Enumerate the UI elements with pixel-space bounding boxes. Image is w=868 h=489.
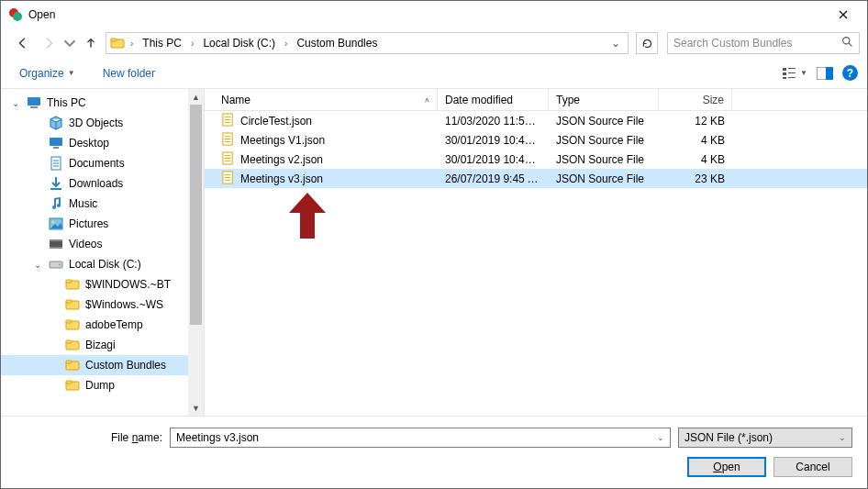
- file-type-filter[interactable]: JSON File (*.json) ⌄: [678, 428, 852, 448]
- arrow-left-icon: [17, 37, 29, 50]
- breadcrumb[interactable]: This PC: [139, 35, 185, 51]
- open-button[interactable]: Open: [687, 457, 766, 477]
- view-list-icon: [782, 67, 798, 80]
- tree-label: adobeTemp: [85, 318, 143, 331]
- refresh-button[interactable]: [636, 32, 658, 54]
- file-row[interactable]: Meetings v2.json30/01/2019 10:44 ...JSON…: [205, 150, 867, 169]
- file-name: Meetings V1.json: [240, 134, 325, 147]
- svg-rect-7: [783, 77, 786, 79]
- tree-icon: [27, 95, 41, 110]
- tree-label: $Windows.~WS: [85, 298, 163, 311]
- cancel-button[interactable]: Cancel: [773, 457, 852, 477]
- column-header-date[interactable]: Date modified: [438, 89, 549, 110]
- file-date: 30/01/2019 10:40 ...: [438, 134, 549, 147]
- preview-pane-button[interactable]: [817, 67, 833, 80]
- tree-node[interactable]: Documents: [1, 153, 204, 173]
- breadcrumb[interactable]: Local Disk (C:): [199, 35, 279, 51]
- column-header-type[interactable]: Type: [549, 89, 659, 110]
- organize-menu[interactable]: Organize ▼: [14, 63, 81, 83]
- file-list[interactable]: Name ʌ Date modified Type Size CircleTes…: [205, 89, 867, 416]
- svg-point-1: [13, 12, 22, 21]
- file-date: 11/03/2020 11:56 ...: [438, 115, 549, 128]
- address-dropdown[interactable]: ⌄: [606, 37, 626, 50]
- column-header-name[interactable]: Name ʌ: [205, 89, 438, 110]
- recent-locations-button[interactable]: [63, 32, 76, 54]
- svg-rect-37: [66, 381, 72, 383]
- search-input[interactable]: Search Custom Bundles: [667, 32, 860, 54]
- tree-node[interactable]: Dump: [1, 375, 204, 395]
- tree-node[interactable]: Bizagi: [1, 335, 204, 355]
- tree-node[interactable]: Desktop: [1, 133, 204, 153]
- refresh-icon: [641, 38, 653, 50]
- svg-rect-3: [111, 39, 117, 41]
- tree-node[interactable]: ⌄Local Disk (C:): [1, 254, 204, 274]
- expander-icon[interactable]: ⌄: [32, 260, 43, 270]
- tree-icon: [65, 338, 80, 352]
- svg-rect-29: [66, 300, 72, 303]
- file-type: JSON Source File: [549, 115, 659, 128]
- svg-rect-16: [53, 147, 59, 149]
- scrollbar[interactable]: ▲ ▼: [188, 89, 204, 416]
- file-size: 4 KB: [659, 153, 732, 166]
- arrow-up-icon: [84, 37, 97, 50]
- filename-label: File name:: [1, 431, 162, 444]
- address-bar[interactable]: › This PC › Local Disk (C:) › Custom Bun…: [106, 32, 629, 54]
- tree-node[interactable]: adobeTemp: [1, 315, 204, 335]
- tree-label: This PC: [47, 96, 86, 109]
- tree-icon: [65, 317, 80, 332]
- tree-node[interactable]: Music: [1, 194, 204, 214]
- tree-node[interactable]: ⌄This PC: [1, 93, 204, 113]
- filename-input[interactable]: Meetings v3.json ⌄: [170, 428, 671, 448]
- tree-node[interactable]: Pictures: [1, 214, 204, 234]
- navigation-pane[interactable]: ⌄This PC3D ObjectsDesktopDocumentsDownlo…: [1, 89, 205, 416]
- tree-node[interactable]: Videos: [1, 234, 204, 254]
- tree-label: Bizagi: [85, 339, 116, 351]
- chevron-down-icon: ▼: [68, 69, 75, 77]
- up-button[interactable]: [80, 32, 102, 54]
- chevron-right-icon: ›: [189, 39, 195, 49]
- new-folder-button[interactable]: New folder: [97, 63, 161, 83]
- svg-rect-13: [28, 97, 40, 106]
- close-button[interactable]: [825, 2, 862, 28]
- tree-node[interactable]: Custom Bundles: [1, 355, 204, 375]
- file-row[interactable]: Meetings v3.json26/07/2019 9:45 AMJSON S…: [205, 169, 867, 188]
- tree-icon: [65, 277, 80, 292]
- tree-icon: [65, 358, 80, 372]
- view-options-button[interactable]: ▼: [782, 67, 807, 80]
- tree-icon: [65, 297, 80, 312]
- tree-node[interactable]: $Windows.~WS: [1, 295, 204, 315]
- tree-node[interactable]: Downloads: [1, 173, 204, 194]
- scroll-down-button[interactable]: ▼: [188, 400, 204, 416]
- chevron-right-icon: ›: [283, 39, 289, 49]
- scroll-up-button[interactable]: ▲: [188, 89, 204, 105]
- svg-rect-33: [66, 340, 72, 343]
- svg-rect-22: [50, 239, 62, 241]
- filename-history-dropdown[interactable]: ⌄: [653, 430, 668, 445]
- app-icon: [8, 7, 23, 22]
- expander-icon[interactable]: ⌄: [10, 98, 21, 108]
- back-button[interactable]: [12, 32, 34, 54]
- scroll-thumb[interactable]: [190, 105, 202, 325]
- file-type: JSON Source File: [549, 172, 659, 185]
- svg-point-20: [52, 221, 55, 224]
- forward-button: [38, 32, 60, 54]
- tree-label: Videos: [69, 238, 102, 250]
- tree-label: Desktop: [69, 137, 109, 150]
- file-name: CircleTest.json: [240, 115, 312, 128]
- file-icon: [221, 171, 235, 187]
- tree-node[interactable]: 3D Objects: [1, 113, 204, 133]
- file-date: 30/01/2019 10:44 ...: [438, 153, 549, 166]
- help-button[interactable]: ?: [842, 65, 858, 81]
- tree-node[interactable]: $WINDOWS.~BT: [1, 274, 204, 295]
- chevron-down-icon: ⌄: [835, 430, 850, 445]
- window-title: Open: [28, 8, 55, 21]
- svg-rect-12: [826, 67, 833, 80]
- file-size: 12 KB: [659, 115, 732, 128]
- tree-label: 3D Objects: [69, 117, 123, 129]
- arrow-right-icon: [42, 37, 55, 50]
- tree-icon: [65, 378, 80, 393]
- file-row[interactable]: CircleTest.json11/03/2020 11:56 ...JSON …: [205, 111, 867, 130]
- file-row[interactable]: Meetings V1.json30/01/2019 10:40 ...JSON…: [205, 130, 867, 150]
- breadcrumb[interactable]: Custom Bundles: [293, 35, 381, 51]
- column-header-size[interactable]: Size: [659, 89, 732, 110]
